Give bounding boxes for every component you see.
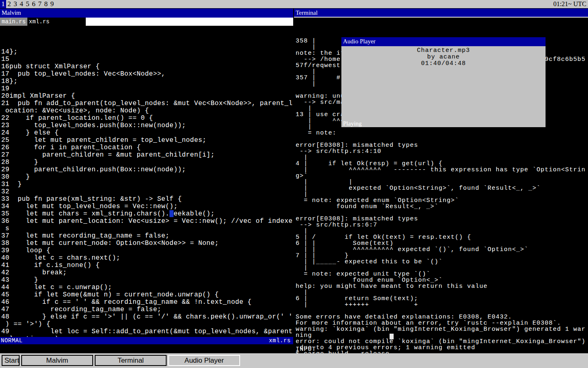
code-line[interactable]: 43 } [1,276,293,284]
code-line[interactable]: 15 [1,56,293,63]
editor-tab-bar: main.rsxml.rs [0,18,293,26]
code-line[interactable]: 47 recording_tag_name = false; [1,306,293,313]
track-time: 01:40/04:48 [341,61,546,67]
code-line[interactable]: ocation: &Vec<usize>, node: Node) { [1,107,293,114]
code-line[interactable]: 45 if let Some(&mut n) = current_node.un… [1,291,293,298]
code-line[interactable]: 17 pub top_level_nodes: Vec<Box<Node>>, [1,70,293,78]
terminal-line: --> src/http.rs:4:10 [296,148,588,155]
code-line[interactable]: 19 [1,85,293,92]
terminal-line: | [296,289,588,296]
code-line[interactable]: 35 let mut chars = xml_string.chars().pe… [1,210,293,218]
terminal-line: ning [296,332,588,339]
code-line[interactable]: 40 let c = chars.next(); [1,254,293,262]
editor-tab[interactable]: xml.rs [27,18,51,26]
code-line[interactable]: 37 let mut recording_tag_name = false; [1,232,293,240]
code-line[interactable]: ) == '>') { [1,321,293,328]
clock: 01:21~ UTC [553,0,586,8]
terminal-line: due to 4 previous errors; 1 warning emit… [296,345,588,351]
terminal-line: error: could not compile `koxinga` (bin … [296,339,588,345]
terminal-line: | expected `Option<String>`, found `Resu… [296,185,588,191]
audio-player-window: Audio Player Character.mp3 by acane 01:4… [341,37,546,127]
code-line[interactable]: 49 let loc = Self::add_to_parent(&mut to… [1,328,293,335]
editor-tabs: main.rsxml.rs [0,18,86,26]
workspace-button[interactable]: 7 [37,0,43,8]
terminal-line: | [296,155,588,161]
code-line[interactable]: 30 } [1,173,293,181]
workspace-button[interactable]: 3 [12,0,18,8]
code-line[interactable]: 38 let mut current_node: Option<Box<Node… [1,240,293,247]
terminal-cursor [390,334,394,339]
terminal-line: 4 | if let Ok(resp) = get(url) { [296,161,588,167]
taskbar-window-button[interactable]: Audio Player [168,355,240,366]
terminal-titlebar[interactable]: Terminal [294,9,588,18]
terminal-line [296,210,588,216]
top-bar: 123456789 01:21~ UTC [0,0,588,8]
terminal-line: error[E0308]: mismatched types [296,216,588,222]
terminal-line: = note: expected unit type `()` [296,271,588,277]
code-line[interactable]: s [1,225,293,232]
code-line[interactable]: 32 [1,188,293,195]
code-line[interactable]: 23 top_level_nodes.push(Box::new(node)); [1,122,293,129]
track-artist: by acane [341,54,546,61]
terminal-line: Some errors have detailed explanations: … [296,314,588,320]
terminal-line: For more information about an error, try… [296,320,588,326]
terminal-line: = note: [296,130,588,136]
terminal-line: = note: expected enum `Option<String>` [296,197,588,204]
malvim-titlebar[interactable]: Malvim [0,9,293,18]
terminal-line: found enum `Result<_, _>` [296,204,588,210]
workspace-button[interactable]: 6 [31,0,37,8]
terminal-line: error[E0308]: mismatched types [296,142,588,148]
code-line[interactable]: 20impl XmlParser { [1,92,293,100]
terminal-line: | [296,228,588,234]
workspace-button[interactable]: 8 [43,0,49,8]
status-filename: xml.rs [269,337,291,344]
terminal-line: help: you might have meant to return thi… [296,283,588,289]
code-line[interactable]: 14}; [1,48,293,56]
code-line[interactable]: 34 let mut top_level_nodes = Vec::new(); [1,203,293,210]
code-area[interactable]: 14};1516pub struct XmlParser {17 pub top… [0,26,293,344]
terminal-line: 7 | | } [296,253,588,259]
code-line[interactable]: 44 let c = c.unwrap(); [1,284,293,291]
code-line[interactable]: 21 pub fn add_to_parent(top_level_nodes:… [1,100,293,107]
workspace-button[interactable]: 5 [24,0,31,8]
terminal-line: 6 | | Some(text) [296,240,588,247]
workspace-button[interactable]: 9 [49,0,55,8]
code-line[interactable]: 16pub struct XmlParser { [1,63,293,70]
editor-tab[interactable]: main.rs [0,18,27,26]
terminal-line: | | ^^^^^^^^^^ expected `()`, found `Opt… [296,247,588,253]
track-name: Character.mp3 [341,47,546,54]
workspace-button[interactable]: 2 [6,0,12,8]
code-line[interactable]: 36 let mut parent_location: Vec<usize> =… [1,218,293,225]
audio-player-titlebar[interactable]: Audio Player [341,37,546,46]
code-line[interactable]: 28 } [1,159,293,166]
code-line[interactable]: 18}; [1,78,293,85]
malvim-window-title: Malvim [2,9,21,16]
code-line[interactable]: 27 parent_children = &mut parent_childre… [1,151,293,159]
code-line[interactable]: 39 loop { [1,247,293,254]
code-line[interactable]: 25 let mut parent_children = top_level_n… [1,137,293,144]
playback-status: Playing [343,120,362,127]
taskbar-window-button[interactable]: Terminal [95,355,167,366]
terminal-line: | ++++++ + [296,302,588,308]
code-line[interactable]: 24 } else { [1,129,293,137]
code-line[interactable]: 33 pub fn parse(xml_string: &str) -> Sel… [1,195,293,203]
vim-mode-indicator: NORMAL [1,337,22,344]
terminal-line: | [296,265,588,271]
code-line[interactable]: 48 } else if c == '>' || (c == '/' && ch… [1,313,293,321]
code-line[interactable]: 26 for i in parent_location { [1,144,293,151]
start-button[interactable]: Start [2,355,20,366]
terminal-line: found enum `Option<_>` [296,277,588,283]
taskbar-window-button[interactable]: Malvim [21,355,93,366]
code-line[interactable]: 42 break; [1,269,293,276]
workspace-button[interactable]: 1 [0,0,6,8]
malvim-window: Malvim main.rsxml.rs 14};1516pub struct … [0,9,293,344]
code-line[interactable]: 22 if parent_location.len() == 0 { [1,114,293,122]
workspace-button[interactable]: 4 [18,0,24,8]
editor-status-bar: NORMAL xml.rs [0,337,293,344]
code-line[interactable]: 46 if c == ' ' && recording_tag_name && … [1,298,293,306]
code-line[interactable]: 41 if c.is_none() { [1,262,293,269]
code-line[interactable]: 29 parent_children.push(Box::new(node)); [1,166,293,173]
code-line[interactable]: 31 } [1,181,293,188]
terminal-line: warning: `koxinga` (bin "mingInternet_Ko… [296,326,588,332]
terminal-line: 6 | return Some(text); [296,296,588,302]
